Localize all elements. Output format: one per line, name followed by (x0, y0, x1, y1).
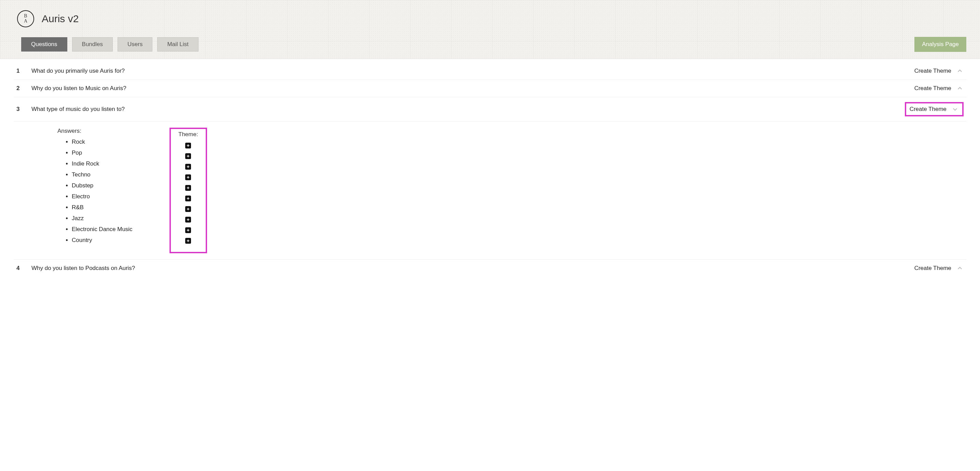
question-number: 4 (16, 265, 23, 272)
answers-heading: Answers: (57, 128, 170, 135)
plus-icon[interactable] (185, 143, 191, 149)
question-actions: Create Theme (915, 85, 964, 92)
create-theme-link[interactable]: Create Theme (915, 85, 951, 92)
list-item: Country (72, 237, 170, 244)
plus-icon[interactable] (185, 206, 191, 212)
tab-mail-list[interactable]: Mail List (157, 37, 198, 52)
list-item: Electro (72, 193, 170, 200)
list-item: Jazz (72, 215, 170, 222)
question-number: 1 (16, 68, 23, 75)
chevron-down-icon[interactable] (951, 105, 959, 113)
question-text: Why do you listen to Music on Auris? (32, 85, 906, 92)
list-item: Pop (72, 149, 170, 156)
question-text: What do you primarily use Auris for? (32, 68, 906, 75)
header-top: B A Auris v2 (14, 10, 966, 27)
page-title: Auris v2 (42, 13, 79, 25)
page-header: B A Auris v2 Questions Bundles Users Mai… (0, 0, 980, 59)
plus-icon[interactable] (185, 238, 191, 244)
plus-icon[interactable] (185, 174, 191, 180)
question-text: Why do you listen to Podcasts on Auris? (32, 265, 906, 272)
create-theme-link[interactable]: Create Theme (910, 106, 947, 113)
list-item: Indie Rock (72, 160, 170, 167)
question-expanded: Answers: Rock Pop Indie Rock Techno Dubs… (14, 122, 966, 260)
question-actions: Create Theme (915, 67, 964, 75)
chevron-up-icon[interactable] (956, 265, 964, 272)
tab-questions[interactable]: Questions (21, 37, 67, 52)
logo-line2: A (24, 19, 27, 24)
question-text: What type of music do you listen to? (32, 106, 897, 113)
list-item: Dubstep (72, 182, 170, 189)
question-row: 1 What do you primarily use Auris for? C… (14, 62, 966, 80)
plus-icon[interactable] (185, 217, 191, 222)
create-theme-link[interactable]: Create Theme (915, 265, 951, 272)
answers-column: Answers: Rock Pop Indie Rock Techno Dubs… (16, 128, 170, 248)
expanded-columns: Answers: Rock Pop Indie Rock Techno Dubs… (16, 128, 964, 253)
tab-bundles[interactable]: Bundles (72, 37, 113, 52)
tabs-row: Questions Bundles Users Mail List Analys… (14, 37, 966, 52)
plus-icon[interactable] (185, 227, 191, 233)
plus-icon[interactable] (185, 164, 191, 170)
create-theme-link[interactable]: Create Theme (915, 68, 951, 75)
plus-icon[interactable] (185, 153, 191, 159)
list-item: R&B (72, 204, 170, 211)
plus-icon[interactable] (185, 195, 191, 201)
list-item: Rock (72, 139, 170, 145)
question-number: 3 (16, 106, 23, 113)
answers-list: Rock Pop Indie Rock Techno Dubstep Elect… (57, 139, 170, 244)
chevron-up-icon[interactable] (956, 85, 964, 92)
logo-line1: B (24, 14, 27, 19)
create-theme-highlight: Create Theme (905, 102, 964, 116)
logo-badge: B A (17, 10, 34, 27)
theme-heading: Theme: (178, 131, 198, 138)
questions-list: 1 What do you primarily use Auris for? C… (0, 59, 980, 284)
theme-column-highlight: Theme: (170, 128, 207, 253)
list-item: Electronic Dance Music (72, 226, 170, 233)
question-row: 3 What type of music do you listen to? C… (14, 97, 966, 122)
analysis-page-button[interactable]: Analysis Page (915, 37, 966, 52)
question-row: 4 Why do you listen to Podcasts on Auris… (14, 260, 966, 277)
question-row: 2 Why do you listen to Music on Auris? C… (14, 80, 966, 97)
chevron-up-icon[interactable] (956, 67, 964, 75)
question-actions: Create Theme (915, 265, 964, 272)
plus-icon[interactable] (185, 185, 191, 191)
tab-users[interactable]: Users (118, 37, 153, 52)
question-number: 2 (16, 85, 23, 92)
list-item: Techno (72, 171, 170, 178)
